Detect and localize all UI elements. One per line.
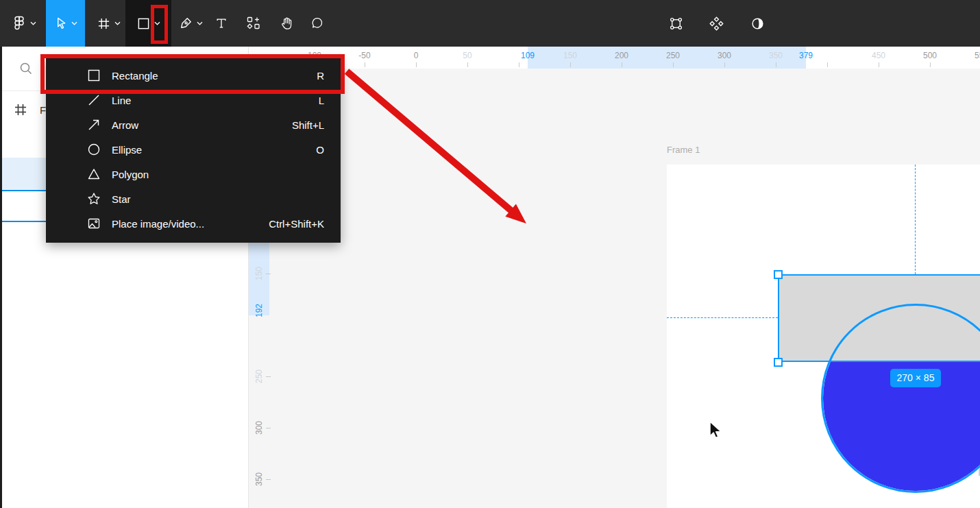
move-cursor-icon — [54, 16, 67, 30]
image-icon — [87, 217, 103, 230]
frame-title[interactable]: Frame 1 — [667, 145, 700, 155]
horizontal-ruler[interactable]: -100-50050109150200250300350379450500550 — [249, 47, 980, 69]
component-icon — [709, 16, 724, 31]
h-ruler-tick — [827, 62, 828, 67]
v-ruler-label: 350 — [254, 468, 264, 490]
comment-tool-button[interactable] — [302, 0, 333, 47]
search-icon — [19, 62, 33, 75]
text-tool-icon — [215, 17, 228, 29]
h-ruler-label: -50 — [348, 51, 381, 60]
h-ruler-tick — [622, 62, 622, 67]
h-ruler-tick — [365, 62, 365, 67]
size-badge: 270 × 85 — [890, 369, 941, 387]
h-ruler-tick — [724, 62, 725, 67]
v-ruler-tick — [266, 479, 271, 480]
v-ruler-tick — [266, 376, 271, 377]
resources-tool-button[interactable] — [238, 0, 269, 47]
figma-logo-icon — [12, 16, 26, 31]
chevron-down-icon — [197, 21, 203, 25]
menu-item-shortcut: Ctrl+Shift+K — [269, 218, 324, 230]
menu-item-line[interactable]: Line L — [46, 88, 341, 112]
v-ruler-tick — [266, 428, 271, 428]
h-ruler-tick — [416, 62, 417, 67]
frame-tool-icon — [97, 17, 110, 30]
v-ruler-label: 150 — [254, 263, 264, 285]
menu-item-label: Place image/video... — [112, 218, 204, 230]
pen-tool-button[interactable] — [173, 0, 208, 47]
h-ruler-tick — [879, 62, 879, 67]
resize-handle-bottom-left[interactable] — [774, 358, 783, 367]
toolbar — [0, 0, 980, 47]
frame-layer-icon — [14, 103, 27, 117]
move-tool-button[interactable] — [46, 0, 85, 47]
menu-item-label: Ellipse — [112, 144, 142, 156]
v-ruler-label: 192 — [254, 300, 264, 322]
h-ruler-tick — [467, 62, 468, 67]
resources-icon — [247, 16, 260, 30]
h-ruler-label: 300 — [708, 51, 741, 60]
chevron-down-icon[interactable] — [154, 21, 160, 25]
rectangle-icon — [87, 69, 103, 82]
h-ruler-label: 500 — [914, 51, 946, 60]
menu-item-rectangle[interactable]: Rectangle R — [46, 63, 341, 88]
menu-item-label: Polygon — [112, 169, 149, 180]
menu-item-label: Arrow — [112, 119, 138, 131]
mask-icon — [750, 16, 765, 31]
menu-item-label: Line — [112, 95, 131, 106]
main-menu-button[interactable] — [5, 0, 42, 47]
sidebar-layer-text: F — [40, 104, 46, 116]
mouse-cursor — [705, 420, 724, 443]
comment-icon — [310, 16, 324, 30]
menu-item-arrow[interactable]: Arrow Shift+L — [46, 112, 341, 137]
alignment-guide-vertical — [915, 165, 916, 274]
rectangle-tool-icon — [137, 17, 150, 30]
menu-item-star[interactable]: Star — [46, 186, 341, 211]
window-left-edge — [0, 47, 2, 508]
h-ruler-label: 450 — [862, 51, 895, 60]
shape-tool-button[interactable] — [125, 0, 171, 47]
selected-rectangle[interactable] — [778, 274, 980, 362]
arrow-icon — [87, 118, 103, 132]
h-ruler-label: 379 — [789, 51, 822, 60]
menu-item-ellipse[interactable]: Ellipse O — [46, 137, 341, 162]
star-icon — [87, 192, 103, 206]
resize-handle-top-left[interactable] — [774, 270, 783, 279]
alignment-guide-horizontal — [667, 317, 778, 318]
h-ruler-tick — [519, 62, 519, 67]
frame-tool-button[interactable] — [93, 0, 125, 47]
h-ruler-tick — [570, 62, 571, 67]
menu-item-shortcut: O — [316, 144, 324, 156]
line-icon — [87, 93, 103, 107]
hand-tool-button[interactable] — [271, 0, 302, 47]
shape-tools-menu: Rectangle R Line L Arrow Shift+L Ellipse… — [46, 58, 341, 243]
pen-tool-icon — [179, 16, 193, 30]
text-tool-button[interactable] — [208, 0, 234, 47]
h-ruler-label: 200 — [605, 51, 638, 60]
h-ruler-label: 109 — [511, 51, 544, 60]
h-ruler-tick — [673, 62, 674, 67]
h-ruler-label: 50 — [451, 51, 484, 60]
h-ruler-label: 150 — [554, 51, 587, 60]
edit-object-button[interactable] — [661, 0, 690, 47]
create-component-button[interactable] — [700, 0, 732, 47]
h-ruler-label: 0 — [400, 51, 432, 60]
hand-tool-icon — [280, 16, 294, 31]
v-ruler-label: 250 — [254, 365, 264, 387]
h-ruler-label: 250 — [657, 51, 689, 60]
h-ruler-tick — [930, 62, 931, 67]
menu-item-label: Rectangle — [112, 70, 158, 82]
chevron-down-icon — [114, 21, 121, 25]
menu-item-shortcut: L — [319, 95, 324, 106]
h-ruler-label: 350 — [759, 51, 792, 60]
mask-button[interactable] — [742, 0, 773, 47]
canvas[interactable]: Frame 1 270 × 85 — [249, 47, 980, 508]
chevron-down-icon — [30, 21, 36, 25]
chevron-down-icon — [71, 21, 77, 25]
menu-item-polygon[interactable]: Polygon — [46, 162, 341, 186]
menu-item-place-image[interactable]: Place image/video... Ctrl+Shift+K — [46, 211, 341, 236]
menu-item-label: Star — [112, 193, 131, 205]
edit-object-icon — [669, 16, 683, 31]
v-ruler-label: 300 — [254, 417, 264, 439]
h-ruler-label: 550 — [965, 51, 980, 60]
menu-item-shortcut: Shift+L — [292, 119, 324, 131]
